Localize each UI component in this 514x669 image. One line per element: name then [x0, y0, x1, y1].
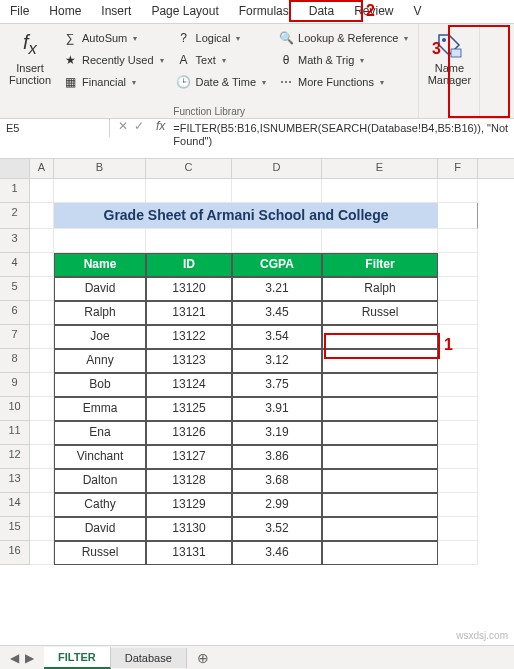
lookup-reference-button[interactable]: 🔍Lookup & Reference▾ — [274, 28, 412, 48]
cell-filter[interactable] — [322, 325, 438, 349]
row-header[interactable]: 9 — [0, 373, 30, 397]
cell-cgpa[interactable]: 3.46 — [232, 541, 322, 565]
cell[interactable] — [30, 349, 54, 373]
financial-button[interactable]: ▦Financial▾ — [58, 72, 168, 92]
cell[interactable] — [438, 397, 478, 421]
cell-name[interactable]: Anny — [54, 349, 146, 373]
tab-insert[interactable]: Insert — [91, 0, 141, 23]
name-manager-button[interactable]: NameManager — [423, 26, 475, 90]
tab-data[interactable]: Data — [299, 0, 344, 23]
row-header[interactable]: 6 — [0, 301, 30, 325]
cell-name[interactable]: Vinchant — [54, 445, 146, 469]
cell-name[interactable]: Bob — [54, 373, 146, 397]
row-header[interactable]: 4 — [0, 253, 30, 277]
logical-button[interactable]: ?Logical▾ — [172, 28, 271, 48]
row-header[interactable]: 10 — [0, 397, 30, 421]
row-header[interactable]: 12 — [0, 445, 30, 469]
text-button[interactable]: AText▾ — [172, 50, 271, 70]
col-header-b[interactable]: B — [54, 159, 146, 178]
header-name[interactable]: Name — [54, 253, 146, 277]
header-filter[interactable]: Filter — [322, 253, 438, 277]
cell-cgpa[interactable]: 3.12 — [232, 349, 322, 373]
cell-cgpa[interactable]: 3.75 — [232, 373, 322, 397]
name-box[interactable]: E5 — [0, 119, 110, 137]
cell-id[interactable]: 13129 — [146, 493, 232, 517]
cell[interactable] — [322, 229, 438, 253]
cell[interactable] — [30, 541, 54, 565]
cell-id[interactable]: 13121 — [146, 301, 232, 325]
col-header-f[interactable]: F — [438, 159, 478, 178]
enter-icon[interactable]: ✓ — [134, 119, 144, 133]
add-sheet-button[interactable]: ⊕ — [187, 650, 219, 666]
col-header-d[interactable]: D — [232, 159, 322, 178]
row-header[interactable]: 7 — [0, 325, 30, 349]
date-time-button[interactable]: 🕒Date & Time▾ — [172, 72, 271, 92]
cell-id[interactable]: 13125 — [146, 397, 232, 421]
row-header[interactable]: 16 — [0, 541, 30, 565]
cell[interactable] — [438, 325, 478, 349]
cell-name[interactable]: Russel — [54, 541, 146, 565]
cell[interactable] — [438, 517, 478, 541]
cell[interactable] — [232, 229, 322, 253]
cell-id[interactable]: 13124 — [146, 373, 232, 397]
row-header[interactable]: 11 — [0, 421, 30, 445]
cell[interactable] — [30, 469, 54, 493]
cell-id[interactable]: 13128 — [146, 469, 232, 493]
row-header[interactable]: 5 — [0, 277, 30, 301]
tab-home[interactable]: Home — [39, 0, 91, 23]
cell-id[interactable]: 13120 — [146, 277, 232, 301]
cell-cgpa[interactable]: 3.68 — [232, 469, 322, 493]
cell[interactable] — [30, 203, 54, 229]
cell[interactable] — [30, 301, 54, 325]
cell-id[interactable]: 13130 — [146, 517, 232, 541]
cell[interactable] — [30, 517, 54, 541]
cell[interactable] — [322, 179, 438, 203]
insert-function-button[interactable]: fx InsertFunction — [4, 26, 56, 116]
row-header[interactable]: 2 — [0, 203, 30, 229]
cell-id[interactable]: 13126 — [146, 421, 232, 445]
cell-name[interactable]: Joe — [54, 325, 146, 349]
row-header[interactable]: 13 — [0, 469, 30, 493]
tab-page-layout[interactable]: Page Layout — [141, 0, 228, 23]
sheet-tab-database[interactable]: Database — [111, 648, 187, 668]
cell[interactable] — [30, 325, 54, 349]
cell-filter[interactable] — [322, 469, 438, 493]
cell[interactable] — [438, 445, 478, 469]
cell[interactable] — [438, 493, 478, 517]
cell[interactable] — [438, 203, 478, 229]
fx-label[interactable]: fx — [152, 119, 169, 133]
cell[interactable] — [438, 301, 478, 325]
cell-cgpa[interactable]: 3.52 — [232, 517, 322, 541]
cell-filter[interactable] — [322, 349, 438, 373]
tab-formulas[interactable]: Formulas — [229, 0, 299, 23]
cell[interactable] — [54, 229, 146, 253]
cell[interactable] — [30, 445, 54, 469]
cell-id[interactable]: 13123 — [146, 349, 232, 373]
cell-id[interactable]: 13131 — [146, 541, 232, 565]
cell[interactable] — [146, 229, 232, 253]
tab-view[interactable]: V — [404, 0, 432, 23]
sheet-tab-filter[interactable]: FILTER — [44, 647, 111, 669]
prev-sheet-icon[interactable]: ◀ — [10, 651, 19, 665]
cell[interactable] — [438, 253, 478, 277]
cell-filter[interactable]: Russel — [322, 301, 438, 325]
cell-cgpa[interactable]: 3.86 — [232, 445, 322, 469]
cell[interactable] — [438, 179, 478, 203]
cell-filter[interactable] — [322, 493, 438, 517]
row-header[interactable]: 15 — [0, 517, 30, 541]
cell-filter[interactable] — [322, 517, 438, 541]
next-sheet-icon[interactable]: ▶ — [25, 651, 34, 665]
cell[interactable] — [438, 229, 478, 253]
cell[interactable] — [30, 493, 54, 517]
cell[interactable] — [30, 397, 54, 421]
row-header[interactable]: 1 — [0, 179, 30, 203]
tab-review[interactable]: Review — [344, 0, 403, 23]
select-all-corner[interactable] — [0, 159, 30, 178]
cell[interactable] — [232, 179, 322, 203]
row-header[interactable]: 8 — [0, 349, 30, 373]
more-functions-button[interactable]: ⋯More Functions▾ — [274, 72, 412, 92]
cell-cgpa[interactable]: 3.91 — [232, 397, 322, 421]
cell[interactable] — [438, 469, 478, 493]
cell[interactable] — [30, 253, 54, 277]
cell[interactable] — [30, 373, 54, 397]
